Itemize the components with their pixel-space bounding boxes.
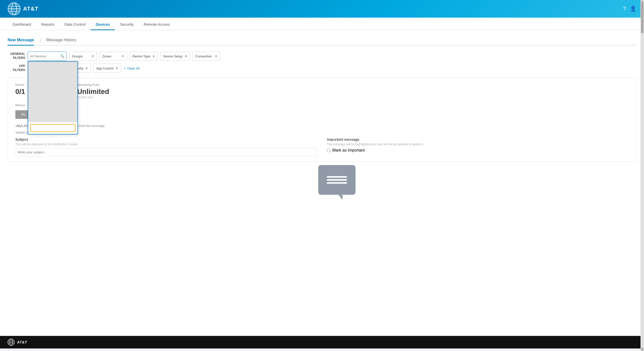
- nav-dashboard[interactable]: Dashboard: [8, 19, 36, 30]
- devices-label: Device: [15, 83, 25, 87]
- device-setup-dropdown[interactable]: Device Setup ▼: [160, 52, 190, 61]
- page-tabs: New Message | Message History: [8, 35, 636, 46]
- search-wrapper: 🔍: [28, 52, 67, 61]
- chevron-down-icon: ▼: [185, 55, 187, 58]
- zones-dropdown[interactable]: Zones ▼: [99, 52, 127, 61]
- subject-label: Subject: [15, 137, 317, 142]
- general-filters-row: GENERAL FILTERS 🔍 Groups ▼ Zones ▼: [8, 52, 636, 61]
- dropdown-search-field[interactable]: [30, 124, 75, 132]
- scrollbar[interactable]: ▲ ▼: [640, 0, 644, 348]
- scroll-thumb[interactable]: [641, 3, 643, 33]
- user-button[interactable]: 👤: [630, 6, 636, 12]
- footer-att-globe-icon: [8, 339, 15, 346]
- tab-message-history[interactable]: Message History: [46, 35, 76, 46]
- nav-devices[interactable]: Devices: [91, 19, 115, 30]
- push-sub: monthly total: [77, 96, 109, 99]
- brand-name: AT&T: [23, 6, 38, 12]
- subject-sub: This will be displayed in the Notificati…: [15, 143, 317, 146]
- chevron-down-icon: ▼: [122, 55, 124, 58]
- main-section: Device 0/1 Remaining SMS 1,000 Remaining…: [8, 78, 636, 162]
- groups-dropdown[interactable]: Groups ▼: [69, 52, 97, 61]
- general-filters-label: GENERAL FILTERS: [8, 52, 25, 60]
- nav-reports[interactable]: Reports: [36, 19, 59, 30]
- search-dropdown-popup: [28, 61, 78, 134]
- chevron-down-icon: ▼: [91, 55, 94, 58]
- header-icons: ? 👤: [623, 6, 636, 12]
- help-button[interactable]: ?: [623, 6, 626, 12]
- clear-all-button[interactable]: Clear All: [124, 66, 139, 70]
- push-note: sMyLAN App sMyLAN App installed will rec…: [15, 124, 629, 128]
- important-label: Important message: [327, 137, 629, 142]
- important-checkbox-label: Mark as Important: [332, 148, 365, 153]
- footer: AT&T: [0, 336, 644, 348]
- important-col: Important message The message will be hi…: [327, 137, 629, 156]
- nav-remote-access[interactable]: Remote Access: [139, 19, 175, 30]
- devices-value: 0/1: [15, 88, 25, 96]
- dropdown-popup-content: [28, 62, 77, 122]
- subject-input[interactable]: [15, 148, 317, 156]
- tab-divider: |: [40, 37, 41, 43]
- message-label-row: Messa: [15, 103, 629, 107]
- tab-new-message[interactable]: New Message: [8, 35, 34, 46]
- search-input[interactable]: [30, 54, 60, 58]
- subject-row: Subject This will be displayed in the No…: [15, 137, 629, 156]
- chevron-down-icon: ▼: [115, 67, 118, 70]
- devices-stat: Device 0/1: [15, 83, 25, 99]
- logo-area: AT&T: [8, 2, 38, 15]
- chevron-down-icon: ▼: [152, 55, 155, 58]
- footer-brand: AT&T: [17, 340, 27, 344]
- nav-bar: Dashboard Reports Data Control Devices S…: [0, 18, 644, 30]
- device-search-box[interactable]: 🔍: [28, 52, 67, 61]
- dropdown-input-area: [28, 122, 77, 134]
- nav-security[interactable]: Security: [115, 19, 139, 30]
- important-sub: The message will be highlighted and user…: [327, 143, 629, 146]
- page-content: New Message | Message History GENERAL FI…: [0, 30, 644, 336]
- chevron-down-icon: ▼: [85, 67, 88, 70]
- search-icon: 🔍: [60, 54, 64, 58]
- subject-col: Subject This will be displayed in the No…: [15, 137, 317, 156]
- message-type-row: Pu SM: [15, 110, 629, 119]
- stats-row: Device 0/1 Remaining SMS 1,000 Remaining…: [15, 83, 629, 99]
- app-header: AT&T ? 👤: [0, 0, 644, 18]
- app-filters-row: APP FILTERS Protect ▼ Device Security ▼ …: [8, 64, 636, 73]
- push-value: Unlimited: [77, 88, 109, 96]
- push-label: Remaining Push: [77, 83, 109, 87]
- device-type-dropdown[interactable]: Device Type ▼: [130, 52, 158, 61]
- message-label: Messa: [15, 103, 25, 107]
- important-checkbox[interactable]: [327, 149, 330, 152]
- att-globe-icon: [8, 2, 21, 15]
- sms-note: SMwill receive the message: [15, 131, 629, 134]
- app-control-dropdown[interactable]: App Control ▼: [93, 64, 121, 73]
- app-filters-label: APP FILTERS: [8, 64, 25, 72]
- scroll-down-button[interactable]: ▼: [640, 347, 644, 348]
- important-checkbox-row: Mark as Important: [327, 148, 629, 153]
- connection-dropdown[interactable]: Connection ▼: [192, 52, 220, 61]
- nav-data-control[interactable]: Data Control: [59, 19, 91, 30]
- push-stat: Remaining Push Unlimited monthly total: [77, 83, 109, 99]
- chevron-down-icon: ▼: [215, 55, 218, 58]
